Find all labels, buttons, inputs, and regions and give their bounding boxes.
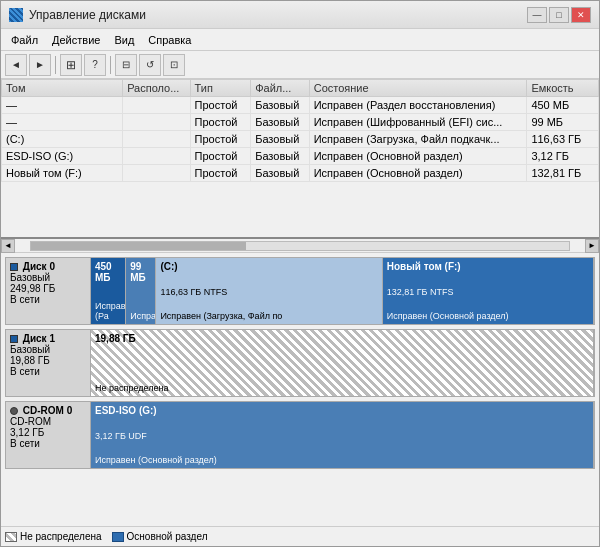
menu-help[interactable]: Справка — [142, 32, 197, 48]
cell-emk: 450 МБ — [527, 97, 599, 114]
refresh-button[interactable]: ↺ — [139, 54, 161, 76]
table-section: Том Располо... Тип Файл... Состояние Емк… — [1, 79, 599, 239]
cdrom0-label: CD-ROM 0 — [10, 405, 86, 416]
part-status: Исправен (Загрузка, Файл по — [160, 311, 377, 321]
cell-tom: — — [2, 114, 123, 131]
cdrom0-row: CD-ROM 0 CD-ROM 3,12 ГБ В сети ESD-ISO (… — [5, 401, 595, 469]
maximize-button[interactable]: □ — [549, 7, 569, 23]
disk1-part-unallocated[interactable]: 19,88 ГБ Не распределена — [91, 330, 594, 396]
bottom-section: Диск 0 Базовый 249,98 ГБ В сети 450 МБ И… — [1, 253, 599, 546]
cell-fajl: Базовый — [251, 114, 310, 131]
cdrom0-status: В сети — [10, 438, 86, 449]
part-sub: 132,81 ГБ NTFS — [387, 287, 589, 297]
disk1-info: Диск 1 Базовый 19,88 ГБ В сети — [6, 330, 91, 396]
disk0-part-c[interactable]: (C:) 116,63 ГБ NTFS Исправен (Загрузка, … — [156, 258, 382, 324]
table-row[interactable]: Новый том (F:) Простой Базовый Исправен … — [2, 165, 599, 182]
part-size: 450 МБ — [95, 261, 121, 283]
cell-rasp — [123, 97, 190, 114]
cdrom0-part[interactable]: ESD-ISO (G:) 3,12 ГБ UDF Исправен (Основ… — [91, 402, 594, 468]
close-button[interactable]: ✕ — [571, 7, 591, 23]
cdrom0-type: CD-ROM — [10, 416, 86, 427]
title-bar: Управление дисками — □ ✕ — [1, 1, 599, 29]
grid-button[interactable]: ⊞ — [60, 54, 82, 76]
minimize-button[interactable]: — — [527, 7, 547, 23]
legend-label-unallocated: Не распределена — [20, 531, 102, 542]
cdrom0-partitions: ESD-ISO (G:) 3,12 ГБ UDF Исправен (Основ… — [91, 402, 594, 468]
disk0-part-recovery[interactable]: 450 МБ Исправен (Ра — [91, 258, 126, 324]
col-fajl[interactable]: Файл... — [251, 80, 310, 97]
view-button[interactable]: ⊡ — [163, 54, 185, 76]
disk0-part-f[interactable]: Новый том (F:) 132,81 ГБ NTFS Исправен (… — [383, 258, 594, 324]
disk0-size: 249,98 ГБ — [10, 283, 86, 294]
legend-unallocated: Не распределена — [5, 531, 102, 542]
cdrom0-info: CD-ROM 0 CD-ROM 3,12 ГБ В сети — [6, 402, 91, 468]
cell-emk: 116,63 ГБ — [527, 131, 599, 148]
part-label: ESD-ISO (G:) — [95, 405, 589, 416]
part-sub: 116,63 ГБ NTFS — [160, 287, 377, 297]
cell-rasp — [123, 114, 190, 131]
cell-tip: Простой — [190, 131, 251, 148]
menu-file[interactable]: Файл — [5, 32, 44, 48]
table-row[interactable]: ESD-ISO (G:) Простой Базовый Исправен (О… — [2, 148, 599, 165]
legend-color-primary — [112, 532, 124, 542]
forward-button[interactable]: ► — [29, 54, 51, 76]
disk-section: Диск 0 Базовый 249,98 ГБ В сети 450 МБ И… — [1, 253, 599, 526]
cell-emk: 99 МБ — [527, 114, 599, 131]
title-bar-left: Управление дисками — [9, 8, 146, 22]
cell-fajl: Базовый — [251, 148, 310, 165]
menu-action[interactable]: Действие — [46, 32, 106, 48]
col-tom[interactable]: Том — [2, 80, 123, 97]
col-tip[interactable]: Тип — [190, 80, 251, 97]
cell-emk: 3,12 ГБ — [527, 148, 599, 165]
cell-rasp — [123, 165, 190, 182]
disk1-type: Базовый — [10, 344, 86, 355]
scroll-right-button[interactable]: ► — [585, 239, 599, 253]
cell-rasp — [123, 131, 190, 148]
col-emk[interactable]: Емкость — [527, 80, 599, 97]
disk0-type: Базовый — [10, 272, 86, 283]
col-rasp[interactable]: Располо... — [123, 80, 190, 97]
minimize2-button[interactable]: ⊟ — [115, 54, 137, 76]
title-controls: — □ ✕ — [527, 7, 591, 23]
cdrom0-size: 3,12 ГБ — [10, 427, 86, 438]
legend: Не распределена Основной раздел — [1, 526, 599, 546]
app-icon — [9, 8, 23, 22]
scroll-thumb[interactable] — [31, 242, 246, 250]
disk0-part-efi[interactable]: 99 МБ Исправен- — [126, 258, 156, 324]
part-status: Исправен (Ра — [95, 301, 121, 321]
help-button[interactable]: ? — [84, 54, 106, 76]
cell-sost: Исправен (Раздел восстановления) — [309, 97, 527, 114]
legend-label-primary: Основной раздел — [127, 531, 208, 542]
cell-sost: Исправен (Загрузка, Файл подкачк... — [309, 131, 527, 148]
table-header-row: Том Располо... Тип Файл... Состояние Емк… — [2, 80, 599, 97]
cell-sost: Исправен (Основной раздел) — [309, 148, 527, 165]
cell-tip: Простой — [190, 148, 251, 165]
menu-view[interactable]: Вид — [108, 32, 140, 48]
table-row[interactable]: — Простой Базовый Исправен (Шифрованный … — [2, 114, 599, 131]
table-row[interactable]: — Простой Базовый Исправен (Раздел восст… — [2, 97, 599, 114]
part-status: Исправен (Основной раздел) — [387, 311, 589, 321]
scroll-track[interactable] — [30, 241, 570, 251]
disk0-row: Диск 0 Базовый 249,98 ГБ В сети 450 МБ И… — [5, 257, 595, 325]
toolbar: ◄ ► ⊞ ? ⊟ ↺ ⊡ — [1, 51, 599, 79]
disk0-label: Диск 0 — [10, 261, 86, 272]
disk-table: Том Располо... Тип Файл... Состояние Емк… — [1, 79, 599, 182]
part-label: Новый том (F:) — [387, 261, 589, 272]
cell-rasp — [123, 148, 190, 165]
cell-fajl: Базовый — [251, 165, 310, 182]
scroll-left-button[interactable]: ◄ — [1, 239, 15, 253]
disk0-partitions: 450 МБ Исправен (Ра 99 МБ Исправен- (C:)… — [91, 258, 594, 324]
disk1-row: Диск 1 Базовый 19,88 ГБ В сети 19,88 ГБ … — [5, 329, 595, 397]
back-button[interactable]: ◄ — [5, 54, 27, 76]
disk1-label: Диск 1 — [10, 333, 86, 344]
cell-tom: Новый том (F:) — [2, 165, 123, 182]
disk1-partitions: 19,88 ГБ Не распределена — [91, 330, 594, 396]
cell-tom: — — [2, 97, 123, 114]
cell-fajl: Базовый — [251, 97, 310, 114]
part-size: 99 МБ — [130, 261, 151, 283]
disk0-info: Диск 0 Базовый 249,98 ГБ В сети — [6, 258, 91, 324]
horizontal-scrollbar[interactable]: ◄ ► — [1, 239, 599, 253]
col-sost[interactable]: Состояние — [309, 80, 527, 97]
table-row[interactable]: (C:) Простой Базовый Исправен (Загрузка,… — [2, 131, 599, 148]
cell-tip: Простой — [190, 114, 251, 131]
